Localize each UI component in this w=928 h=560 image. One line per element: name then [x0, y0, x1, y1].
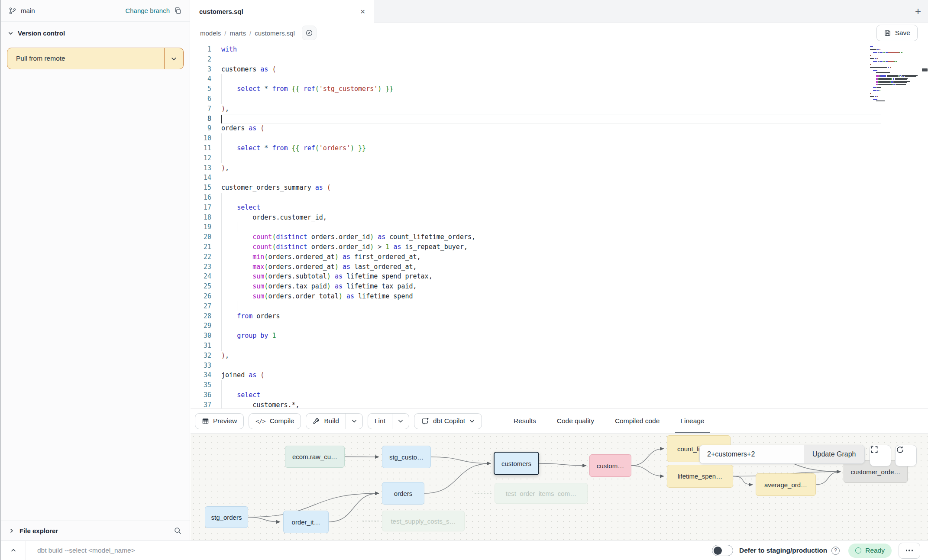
- lineage-node-average_order[interactable]: average_ord…: [756, 473, 816, 496]
- new-tab-button[interactable]: +: [915, 6, 921, 16]
- chevron-down-icon: [351, 418, 357, 424]
- version-control-header[interactable]: Version control: [1, 22, 190, 44]
- minimap[interactable]: [870, 46, 910, 102]
- scrollbar-thumb[interactable]: [922, 68, 928, 71]
- tab-lineage[interactable]: Lineage: [680, 409, 704, 433]
- lineage-node-customers_sem[interactable]: custom…: [589, 454, 631, 477]
- build-label: Build: [324, 417, 339, 425]
- code-line: 33: [191, 361, 881, 371]
- overflow-menu-button[interactable]: [899, 543, 920, 559]
- code-line: 29: [191, 321, 881, 331]
- breadcrumb-file[interactable]: customers.sql: [255, 29, 295, 37]
- chevron-up-icon: [10, 547, 16, 554]
- lineage-node-stg_orders[interactable]: stg_orders: [205, 506, 248, 528]
- build-dropdown-caret[interactable]: [346, 414, 362, 429]
- code-line: 34joined as (: [191, 370, 881, 380]
- compile-button[interactable]: </> Compile: [249, 413, 301, 429]
- code-line: 11 select * from {{ ref('orders') }}: [191, 143, 881, 153]
- preview-label: Preview: [213, 417, 237, 425]
- fullscreen-button[interactable]: [870, 445, 891, 466]
- change-branch-link[interactable]: Change branch: [125, 7, 170, 14]
- expand-command-bar-button[interactable]: [1, 541, 26, 560]
- git-branch-icon: [9, 7, 16, 15]
- update-graph-button[interactable]: Update Graph: [804, 445, 864, 463]
- code-line: 23 max(orders.ordered_at) as last_ordere…: [191, 262, 881, 272]
- breadcrumb-models[interactable]: models: [200, 29, 221, 37]
- status-bar: Defer to staging/production ? Ready: [1, 541, 928, 560]
- refresh-button[interactable]: [895, 445, 917, 466]
- tab-results[interactable]: Results: [514, 409, 536, 433]
- save-button[interactable]: Save: [876, 25, 918, 41]
- code-line: 21 count(distinct orders.order_id) > 1 a…: [191, 242, 881, 252]
- sidebar: main Change branch Version control Pull …: [1, 0, 190, 541]
- lint-button[interactable]: Lint: [368, 413, 409, 429]
- code-line: 17 select: [191, 203, 881, 213]
- lineage-node-customers[interactable]: customers: [494, 452, 539, 475]
- code-editor[interactable]: 1with23customers as (45 select * from {{…: [191, 43, 928, 408]
- code-line: 35: [191, 380, 881, 390]
- pull-from-remote-button[interactable]: Pull from remote: [7, 48, 184, 69]
- lineage-node-orders[interactable]: orders: [382, 482, 424, 505]
- search-icon[interactable]: [174, 527, 182, 535]
- save-label: Save: [895, 29, 910, 37]
- defer-toggle[interactable]: [712, 545, 733, 556]
- code-line: 14: [191, 173, 881, 183]
- code-line: 27: [191, 301, 881, 311]
- code-line: 2: [191, 55, 881, 65]
- code-line: 18 orders.customer_id,: [191, 213, 881, 223]
- help-icon[interactable]: ?: [831, 547, 840, 555]
- navigate-compass-button[interactable]: [302, 26, 317, 40]
- lint-dropdown-caret[interactable]: [392, 414, 409, 429]
- copy-icon[interactable]: [174, 7, 182, 15]
- close-tab-icon[interactable]: ×: [360, 7, 365, 16]
- lineage-node-test_supply[interactable]: test_supply_costs_s…: [382, 511, 465, 531]
- chevron-down-icon: [469, 418, 475, 424]
- code-lines: 1with23customers as (45 select * from {{…: [191, 45, 881, 408]
- editor-tabbar: customers.sql × +: [191, 0, 928, 23]
- preview-button[interactable]: Preview: [195, 413, 244, 429]
- code-line: 24 sum(orders.subtotal) as lifetime_spen…: [191, 272, 881, 282]
- lineage-node-ecom_raw[interactable]: ecom.raw_cu…: [285, 446, 345, 468]
- pull-dropdown-caret[interactable]: [164, 48, 183, 69]
- code-line: 5 select * from {{ ref('stg_customers') …: [191, 84, 881, 94]
- branch-header: main Change branch: [1, 0, 190, 22]
- code-line: 12: [191, 153, 881, 163]
- compile-label: Compile: [270, 417, 294, 425]
- refresh-icon: [896, 445, 905, 454]
- code-line: 10: [191, 133, 881, 143]
- tab-compiled-code[interactable]: Compiled code: [615, 409, 660, 433]
- code-line: 22 min(orders.ordered_at) as first_order…: [191, 252, 881, 262]
- ready-label: Ready: [865, 547, 885, 554]
- tab-customers-sql[interactable]: customers.sql ×: [191, 0, 374, 23]
- dbt-ide-app: main Change branch Version control Pull …: [0, 0, 928, 560]
- code-line: 28 from orders: [191, 311, 881, 321]
- lineage-node-lifetime_spend[interactable]: lifetime_spen…: [667, 465, 733, 488]
- code-line: 32),: [191, 351, 881, 361]
- code-line: 25 sum(orders.tax_paid) as lifetime_tax_…: [191, 282, 881, 291]
- command-input[interactable]: [26, 547, 712, 554]
- code-line: 4: [191, 74, 881, 84]
- tab-code-quality[interactable]: Code quality: [557, 409, 594, 433]
- code-line: 26 sum(orders.order_total) as lifetime_s…: [191, 291, 881, 301]
- build-button[interactable]: Build: [306, 413, 362, 429]
- toggle-knob: [714, 547, 722, 555]
- breadcrumb-marts[interactable]: marts: [230, 29, 246, 37]
- ready-circle-icon: [855, 547, 861, 554]
- chevron-down-icon: [8, 30, 13, 36]
- file-explorer-header[interactable]: File explorer: [1, 521, 190, 541]
- code-icon: </>: [255, 418, 265, 424]
- lineage-node-order_items[interactable]: order_it…: [283, 511, 329, 533]
- lineage-panel[interactable]: ecom.raw_cu…stg_custo…customerscustom…co…: [191, 433, 928, 541]
- chevron-down-icon: [171, 55, 177, 62]
- code-line: 36 select: [191, 390, 881, 400]
- lineage-node-stg_customers[interactable]: stg_custo…: [382, 446, 431, 468]
- copilot-sparkle-icon: [421, 417, 429, 425]
- code-line: 6: [191, 94, 881, 104]
- dbt-copilot-button[interactable]: dbt Copilot: [414, 413, 482, 429]
- code-line: 19: [191, 222, 881, 232]
- lineage-node-test_order_items[interactable]: test_order_items_com…: [495, 483, 588, 504]
- code-line: 3customers as (: [191, 65, 881, 74]
- main-panel: customers.sql × + models / marts / custo…: [191, 0, 928, 541]
- lineage-selector-input[interactable]: [700, 445, 804, 463]
- branch-name: main: [21, 7, 35, 14]
